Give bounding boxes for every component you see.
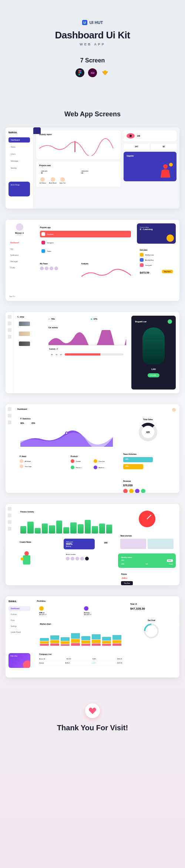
nav-messages[interactable]: Messages [9,260,30,264]
s1-header [33,127,41,134]
avatar-3[interactable]: Jepra Owrr [60,177,66,184]
nav-leaderboard[interactable]: Leader Board [9,630,30,635]
featured-card[interactable]: Featured App E - Learning [137,223,176,244]
nav-tasks[interactable]: Tasks [9,144,30,150]
menu-icon[interactable] [8,407,11,411]
app-instagram[interactable]: Instagram [40,239,131,246]
heart-icon: ♥ [48,318,50,320]
portfolio-1[interactable]: ARB.us $49,329.77 [37,604,80,618]
nav-settings[interactable]: Settings [9,624,30,629]
upgrade-card[interactable]: Upgrate [124,152,176,181]
settings-icon[interactable] [8,335,11,339]
company-row-2[interactable]: Dimond$528.22+1.32%$172.78 [39,661,122,665]
plan-year[interactable]: Year guild [140,263,173,267]
company-row-1[interactable]: Arimon hb902,4740.00%$261.05 [39,657,122,661]
market-card: Market chart [37,620,124,649]
user-avatar[interactable] [168,319,172,324]
shop-icon[interactable] [8,322,11,325]
hero-section: U UI HUT Dashboard Ui Kit WEB APP 7 Scre… [6,11,179,92]
statistics-card: P. Statistics 99%25% [17,415,117,450]
course-2[interactable] [148,539,174,549]
course-1[interactable] [120,539,146,549]
stats-icon[interactable] [8,421,11,424]
nav-notification[interactable]: Notification [9,253,30,257]
plan-monthly[interactable]: Monthly Best [140,258,173,262]
activity-icon[interactable] [8,520,11,524]
tool-icons: Xd [6,68,179,77]
fitness-bars [20,515,112,534]
activities-card: Team Activities 60% 40% [120,450,176,474]
fuel-icon: ⬢ [91,318,92,320]
person-illustration [156,161,175,179]
screen-3: C. shop ♥75% ⬢97% Car. activity Custom .… [6,312,179,393]
news-illustration [19,548,34,565]
s4-sidebar [6,404,14,493]
s1-promo[interactable]: Active Design [9,182,30,196]
member-card: Active member [64,551,115,563]
pay-button[interactable]: Pay Now [121,581,133,585]
projects-title: Projects task [39,164,118,167]
s6-sidebar: thinks. Dashboard Portfolio Price Settin… [6,596,33,677]
nav-profile[interactable]: Profile [9,266,30,270]
car-1[interactable] [17,320,43,328]
plan-card: Get plan Weekly mater Monthly Best Year … [137,246,176,277]
s4-header: Dashboard [17,408,176,412]
task-1[interactable]: LMIK-02502 [39,168,77,176]
car-2[interactable] [17,330,43,338]
side-stat: 180 [96,539,115,549]
nav-app[interactable]: App [9,247,30,251]
figma-icon [75,68,84,77]
page-subtitle: WEB APP [6,42,179,46]
brand-text: UI HUT [90,20,103,25]
goal-gauge [141,621,162,642]
nav-users[interactable]: Users [9,151,30,157]
calendar-icon[interactable] [8,527,11,531]
area-chart [20,426,113,447]
heart-icon [85,703,100,718]
brand: U UI HUT [82,20,103,25]
car-3[interactable] [17,340,43,348]
chart-icon[interactable] [8,328,11,332]
screen-count: 7 Screen [6,57,179,64]
home-icon[interactable] [8,315,11,319]
team-card: My Team [37,260,76,282]
activity-chart [39,137,113,156]
portfolio-2[interactable]: Arinuky $49,329.77 [82,604,124,618]
nav-price[interactable]: Price [9,618,30,623]
svg-point-6 [163,164,168,169]
nav-message[interactable]: Message [9,158,30,164]
nav-dashboard[interactable]: Dashboard [9,606,30,611]
sales-card: Total Sales 69 [120,415,176,447]
avatar-2[interactable]: Andre Mated [49,177,56,184]
svg-point-4 [78,74,80,75]
task-2[interactable]: JHGV-09903 [80,168,118,176]
xd-icon: Xd [88,68,97,77]
s1-sidebar: taskos. Dashboard Tasks Users Message Se… [6,127,33,209]
app-facebook[interactable]: Facebook [40,231,131,237]
svg-point-3 [80,72,81,73]
head-card: P. Head Al Rofael Sara hope [17,453,66,473]
nav-dashboard[interactable]: Dashboard [9,241,30,245]
user-avatar[interactable] [172,408,176,412]
buy-button[interactable]: $72,439 › [148,373,160,377]
dash-icon[interactable] [8,414,11,418]
metric-1: ♥75% [46,316,86,322]
buy-button[interactable]: Buy Now [162,270,173,273]
screen-5: Fitness Activity Creativ News [6,504,179,585]
nav-dashboard[interactable]: Dashboard [9,137,30,143]
svg-point-1 [80,70,81,72]
s2-user[interactable]: Monsur. h sale plan [9,223,30,236]
home-icon[interactable] [8,514,11,517]
plan-weekly[interactable]: Weekly mater [140,253,173,257]
nav-setting[interactable]: Setting [9,165,30,171]
revenue-card: Revenue $70,030 [120,477,176,493]
help-card[interactable]: Help today [9,653,30,668]
s3-sidebar [6,312,14,393]
app-twitter[interactable]: Twitter [40,248,131,254]
stat-2: 50 [151,144,176,150]
signout-link[interactable]: Sign Out [9,295,30,297]
nav-portfolio[interactable]: Portfolio [9,612,30,617]
shop-section: C. shop [17,316,43,390]
avatar-1[interactable]: Jak Dabrow [39,177,46,184]
svg-rect-9 [23,555,30,565]
